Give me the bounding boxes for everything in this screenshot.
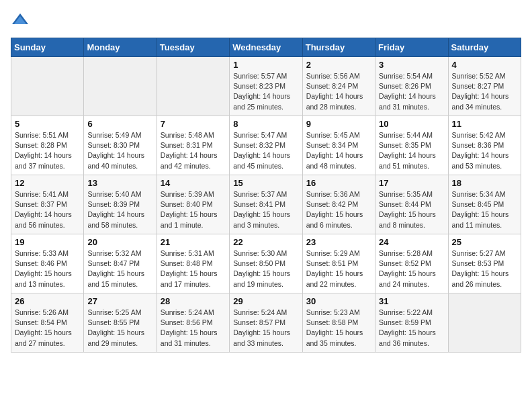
day-info: Sunrise: 5:47 AM Sunset: 8:32 PM Dayligh… [233, 130, 298, 171]
day-number: 25 [452, 237, 517, 247]
calendar-cell [84, 57, 157, 116]
calendar-cell: 26Sunrise: 5:26 AM Sunset: 8:54 PM Dayli… [11, 293, 84, 353]
calendar-week-5: 26Sunrise: 5:26 AM Sunset: 8:54 PM Dayli… [11, 293, 521, 353]
calendar-cell: 19Sunrise: 5:33 AM Sunset: 8:46 PM Dayli… [11, 234, 84, 293]
day-number: 30 [306, 296, 371, 306]
calendar-cell: 30Sunrise: 5:23 AM Sunset: 8:58 PM Dayli… [302, 293, 375, 353]
day-info: Sunrise: 5:28 AM Sunset: 8:52 PM Dayligh… [379, 248, 444, 289]
day-number: 20 [87, 237, 152, 247]
day-info: Sunrise: 5:24 AM Sunset: 8:57 PM Dayligh… [233, 308, 298, 349]
calendar-cell: 27Sunrise: 5:25 AM Sunset: 8:55 PM Dayli… [84, 293, 157, 353]
day-info: Sunrise: 5:35 AM Sunset: 8:44 PM Dayligh… [379, 189, 444, 230]
calendar-cell: 18Sunrise: 5:34 AM Sunset: 8:45 PM Dayli… [448, 175, 521, 234]
day-info: Sunrise: 5:49 AM Sunset: 8:30 PM Dayligh… [87, 130, 152, 171]
day-header-monday: Monday [84, 38, 157, 57]
calendar-week-2: 5Sunrise: 5:51 AM Sunset: 8:28 PM Daylig… [11, 116, 521, 175]
calendar-cell [448, 293, 521, 353]
day-info: Sunrise: 5:25 AM Sunset: 8:55 PM Dayligh… [87, 308, 152, 349]
calendar-cell: 3Sunrise: 5:54 AM Sunset: 8:26 PM Daylig… [375, 57, 448, 116]
day-info: Sunrise: 5:57 AM Sunset: 8:23 PM Dayligh… [233, 71, 298, 112]
day-number: 22 [233, 237, 298, 247]
day-info: Sunrise: 5:31 AM Sunset: 8:48 PM Dayligh… [161, 248, 226, 289]
day-number: 6 [87, 119, 152, 129]
calendar-cell: 7Sunrise: 5:48 AM Sunset: 8:31 PM Daylig… [157, 116, 229, 175]
day-info: Sunrise: 5:34 AM Sunset: 8:45 PM Dayligh… [452, 189, 517, 230]
day-number: 1 [233, 60, 298, 70]
day-number: 15 [233, 178, 298, 188]
day-number: 2 [306, 60, 371, 70]
calendar-cell: 29Sunrise: 5:24 AM Sunset: 8:57 PM Dayli… [230, 293, 302, 353]
day-number: 8 [233, 119, 298, 129]
day-info: Sunrise: 5:37 AM Sunset: 8:41 PM Dayligh… [233, 189, 298, 230]
day-info: Sunrise: 5:54 AM Sunset: 8:26 PM Dayligh… [379, 71, 444, 112]
day-info: Sunrise: 5:23 AM Sunset: 8:58 PM Dayligh… [306, 308, 371, 349]
day-header-wednesday: Wednesday [230, 38, 302, 57]
calendar-cell: 4Sunrise: 5:52 AM Sunset: 8:27 PM Daylig… [448, 57, 521, 116]
calendar-cell: 12Sunrise: 5:41 AM Sunset: 8:37 PM Dayli… [11, 175, 84, 234]
day-info: Sunrise: 5:44 AM Sunset: 8:35 PM Dayligh… [379, 130, 444, 171]
calendar-cell: 8Sunrise: 5:47 AM Sunset: 8:32 PM Daylig… [230, 116, 302, 175]
day-number: 24 [379, 237, 444, 247]
day-header-thursday: Thursday [302, 38, 375, 57]
day-info: Sunrise: 5:52 AM Sunset: 8:27 PM Dayligh… [452, 71, 517, 112]
day-number: 17 [379, 178, 444, 188]
day-number: 26 [15, 296, 80, 306]
calendar-cell: 22Sunrise: 5:30 AM Sunset: 8:50 PM Dayli… [230, 234, 302, 293]
calendar-cell: 1Sunrise: 5:57 AM Sunset: 8:23 PM Daylig… [230, 57, 302, 116]
day-number: 19 [15, 237, 80, 247]
calendar-cell [157, 57, 229, 116]
day-info: Sunrise: 5:40 AM Sunset: 8:39 PM Dayligh… [87, 189, 152, 230]
day-number: 29 [233, 296, 298, 306]
day-number: 23 [306, 237, 371, 247]
day-number: 4 [452, 60, 517, 70]
day-info: Sunrise: 5:56 AM Sunset: 8:24 PM Dayligh… [306, 71, 371, 112]
day-info: Sunrise: 5:27 AM Sunset: 8:53 PM Dayligh… [452, 248, 517, 289]
day-header-saturday: Saturday [448, 38, 521, 57]
day-info: Sunrise: 5:30 AM Sunset: 8:50 PM Dayligh… [233, 248, 298, 289]
day-info: Sunrise: 5:22 AM Sunset: 8:59 PM Dayligh… [379, 308, 444, 349]
days-of-week-row: SundayMondayTuesdayWednesdayThursdayFrid… [11, 38, 521, 57]
day-number: 12 [15, 178, 80, 188]
calendar-table: SundayMondayTuesdayWednesdayThursdayFrid… [11, 38, 521, 353]
calendar-cell: 10Sunrise: 5:44 AM Sunset: 8:35 PM Dayli… [375, 116, 448, 175]
day-header-tuesday: Tuesday [157, 38, 229, 57]
day-number: 11 [452, 119, 517, 129]
calendar-cell: 16Sunrise: 5:36 AM Sunset: 8:42 PM Dayli… [302, 175, 375, 234]
logo [11, 11, 32, 30]
day-number: 13 [87, 178, 152, 188]
day-info: Sunrise: 5:24 AM Sunset: 8:56 PM Dayligh… [161, 308, 226, 349]
day-number: 3 [379, 60, 444, 70]
day-info: Sunrise: 5:51 AM Sunset: 8:28 PM Dayligh… [15, 130, 80, 171]
day-info: Sunrise: 5:32 AM Sunset: 8:47 PM Dayligh… [87, 248, 152, 289]
calendar-cell: 28Sunrise: 5:24 AM Sunset: 8:56 PM Dayli… [157, 293, 229, 353]
calendar-week-3: 12Sunrise: 5:41 AM Sunset: 8:37 PM Dayli… [11, 175, 521, 234]
day-info: Sunrise: 5:45 AM Sunset: 8:34 PM Dayligh… [306, 130, 371, 171]
calendar-cell: 24Sunrise: 5:28 AM Sunset: 8:52 PM Dayli… [375, 234, 448, 293]
calendar-header: SundayMondayTuesdayWednesdayThursdayFrid… [11, 38, 521, 57]
day-info: Sunrise: 5:41 AM Sunset: 8:37 PM Dayligh… [15, 189, 80, 230]
day-info: Sunrise: 5:42 AM Sunset: 8:36 PM Dayligh… [452, 130, 517, 171]
day-number: 28 [161, 296, 226, 306]
day-number: 7 [161, 119, 226, 129]
day-info: Sunrise: 5:48 AM Sunset: 8:31 PM Dayligh… [161, 130, 226, 171]
calendar-cell: 31Sunrise: 5:22 AM Sunset: 8:59 PM Dayli… [375, 293, 448, 353]
calendar-cell: 15Sunrise: 5:37 AM Sunset: 8:41 PM Dayli… [230, 175, 302, 234]
calendar-cell: 9Sunrise: 5:45 AM Sunset: 8:34 PM Daylig… [302, 116, 375, 175]
day-info: Sunrise: 5:36 AM Sunset: 8:42 PM Dayligh… [306, 189, 371, 230]
day-number: 31 [379, 296, 444, 306]
calendar-week-4: 19Sunrise: 5:33 AM Sunset: 8:46 PM Dayli… [11, 234, 521, 293]
calendar-cell: 5Sunrise: 5:51 AM Sunset: 8:28 PM Daylig… [11, 116, 84, 175]
calendar-cell: 11Sunrise: 5:42 AM Sunset: 8:36 PM Dayli… [448, 116, 521, 175]
day-number: 16 [306, 178, 371, 188]
calendar-cell: 25Sunrise: 5:27 AM Sunset: 8:53 PM Dayli… [448, 234, 521, 293]
day-header-friday: Friday [375, 38, 448, 57]
day-number: 18 [452, 178, 517, 188]
calendar-cell: 14Sunrise: 5:39 AM Sunset: 8:40 PM Dayli… [157, 175, 229, 234]
calendar-cell [11, 57, 84, 116]
day-header-sunday: Sunday [11, 38, 84, 57]
day-number: 27 [87, 296, 152, 306]
page-header [11, 11, 521, 30]
day-info: Sunrise: 5:29 AM Sunset: 8:51 PM Dayligh… [306, 248, 371, 289]
day-number: 10 [379, 119, 444, 129]
day-info: Sunrise: 5:26 AM Sunset: 8:54 PM Dayligh… [15, 308, 80, 349]
